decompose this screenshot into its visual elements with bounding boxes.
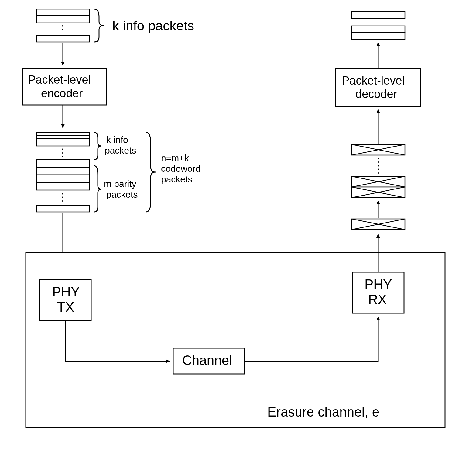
- svg-rect-2: [36, 15, 90, 23]
- svg-rect-16: [36, 205, 90, 212]
- phy-tx-l1: PHY: [52, 284, 80, 299]
- svg-rect-32: [352, 26, 405, 33]
- svg-rect-33: [352, 33, 405, 39]
- brace-mid-n: [146, 132, 156, 212]
- channel-label: Channel: [182, 353, 232, 368]
- brace-k-info: [94, 9, 104, 42]
- codeword-packets: [36, 132, 90, 212]
- label-mid-m-1: m parity: [104, 179, 136, 189]
- label-mid-n-3: packets: [161, 174, 192, 184]
- svg-rect-11: [36, 160, 90, 167]
- phy-tx-l2: TX: [57, 299, 74, 314]
- label-mid-n-2: codeword: [161, 164, 200, 174]
- svg-rect-14: [36, 182, 90, 190]
- decoder-label-2: decoder: [355, 88, 397, 100]
- label-mid-k-1: k info: [106, 135, 128, 145]
- decoder-label-1: Packet-level: [342, 74, 405, 87]
- phy-rx-l1: PHY: [365, 277, 392, 292]
- svg-rect-9: [36, 138, 90, 146]
- input-packets: [36, 9, 90, 42]
- label-mid-k-2: packets: [105, 145, 136, 155]
- svg-rect-34: [352, 12, 405, 18]
- svg-rect-4: [36, 35, 90, 42]
- label-k-info: k info packets: [112, 18, 194, 33]
- label-mid-n-1: n=m+k: [161, 153, 189, 163]
- output-packets: [352, 12, 405, 39]
- brace-mid-m: [94, 166, 101, 212]
- phy-rx-l2: RX: [368, 292, 387, 307]
- svg-rect-13: [36, 175, 90, 182]
- label-erasure: Erasure channel, e: [267, 404, 379, 419]
- brace-mid-k: [94, 132, 101, 160]
- encoder-label-1: Packet-level: [28, 73, 91, 86]
- label-mid-m-2: packets: [106, 189, 138, 199]
- svg-rect-12: [36, 167, 90, 175]
- encoder-label-2: encoder: [41, 87, 83, 100]
- received-packets: [352, 144, 405, 230]
